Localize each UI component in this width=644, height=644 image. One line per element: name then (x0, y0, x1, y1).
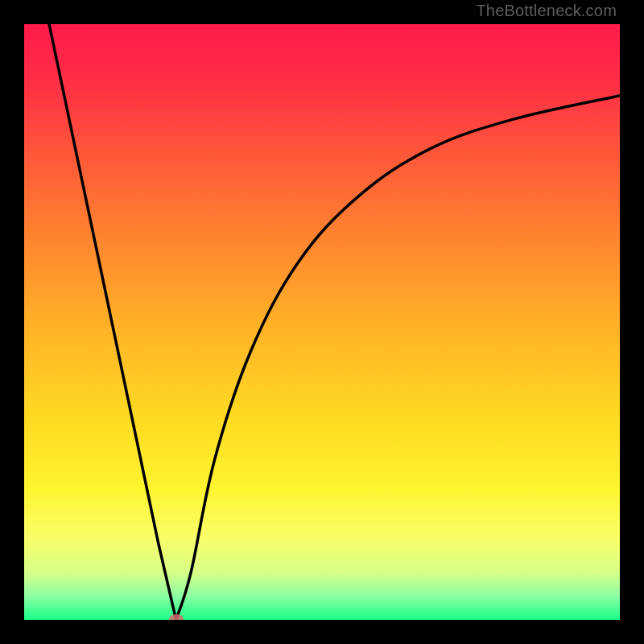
bottleneck-curve (49, 24, 620, 620)
plot-area (24, 24, 620, 620)
watermark-text: TheBottleneck.com (476, 2, 617, 20)
chart-frame: TheBottleneck.com (0, 0, 644, 644)
marker-min-point (169, 614, 184, 620)
curve-layer (24, 24, 620, 620)
